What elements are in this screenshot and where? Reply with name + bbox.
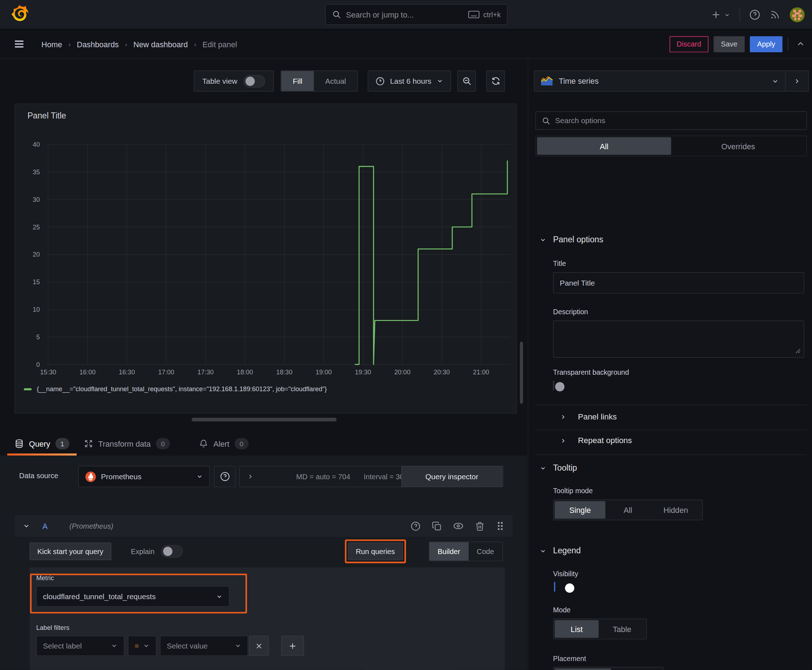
chevron-down-icon[interactable]	[23, 522, 30, 530]
refresh-button[interactable]	[486, 71, 505, 91]
remove-filter-button[interactable]	[249, 636, 269, 656]
transparent-background-toggle[interactable]	[553, 381, 554, 390]
tooltip-mode-all[interactable]: All	[605, 501, 650, 519]
options-search-input[interactable]	[555, 116, 801, 125]
placement-right[interactable]: Right	[611, 668, 662, 670]
apply-button[interactable]: Apply	[750, 36, 782, 52]
avatar[interactable]	[790, 7, 805, 22]
save-button[interactable]: Save	[714, 36, 745, 52]
placement-bottom[interactable]: Bottom	[554, 668, 611, 670]
tab-all[interactable]: All	[537, 137, 671, 155]
legend-mode-list[interactable]: List	[554, 620, 598, 638]
chevron-down-icon	[539, 548, 546, 554]
divider	[536, 455, 807, 455]
panel-toolbar: Table view Fill Actual Last 6 hours	[0, 71, 522, 91]
help-button[interactable]	[749, 9, 760, 20]
chevron-up-icon[interactable]	[797, 40, 805, 48]
time-range-picker[interactable]: Last 6 hours	[368, 71, 451, 91]
kick-start-button[interactable]: Kick start your query	[29, 543, 111, 560]
builder-option[interactable]: Builder	[429, 542, 468, 560]
help-icon[interactable]	[411, 521, 420, 531]
resize-grip-icon[interactable]	[795, 348, 800, 354]
svg-text:18:00: 18:00	[237, 369, 253, 376]
fill-actual-switch: Fill Actual	[281, 71, 358, 91]
actual-option[interactable]: Actual	[314, 71, 357, 91]
global-search[interactable]: ctrl+k	[325, 4, 507, 25]
panel-title-input[interactable]	[553, 272, 805, 293]
legend-placement-label: Placement	[553, 655, 586, 663]
query-row-actions	[411, 521, 504, 531]
table-view-toggle[interactable]	[244, 75, 265, 87]
legend-visibility-toggle[interactable]	[554, 582, 555, 592]
chevron-down-icon	[436, 78, 443, 85]
tooltip-section-header[interactable]: Tooltip	[539, 464, 577, 473]
operator-dropdown[interactable]: =	[128, 636, 156, 656]
tooltip-mode-single[interactable]: Single	[554, 501, 605, 519]
zoom-out-button[interactable]	[457, 71, 476, 91]
svg-text:20:00: 20:00	[394, 369, 410, 376]
divider	[536, 405, 807, 405]
svg-text:15: 15	[32, 278, 40, 286]
prometheus-query-builder: Metric cloudflared_tunnel_total_requests…	[29, 567, 505, 670]
trash-icon[interactable]	[475, 521, 485, 531]
legend-section-header[interactable]: Legend	[539, 546, 581, 555]
select-value-dropdown[interactable]: Select value	[160, 636, 248, 656]
drag-handle-icon[interactable]	[496, 521, 504, 531]
tab-overrides[interactable]: Overrides	[671, 137, 805, 155]
menu-icon[interactable]	[14, 38, 25, 50]
interval: Interval = 30s	[364, 472, 407, 481]
discard-button[interactable]: Discard	[670, 36, 709, 52]
code-option[interactable]: Code	[468, 542, 502, 560]
query-inspector-button[interactable]: Query inspector	[401, 466, 502, 487]
legend-mode-table[interactable]: Table	[598, 620, 645, 638]
datasource-help-button[interactable]	[214, 466, 236, 487]
select-label-dropdown[interactable]: Select label	[36, 636, 124, 656]
breadcrumb: Home › Dashboards › New dashboard › Edit…	[42, 40, 237, 49]
svg-text:17:30: 17:30	[198, 369, 214, 376]
topbar-actions	[711, 0, 805, 29]
options-search[interactable]	[536, 111, 807, 130]
breadcrumb-edit-panel: Edit panel	[203, 40, 237, 49]
add-filter-button[interactable]	[281, 636, 304, 656]
explain-toggle[interactable]	[161, 545, 183, 558]
tab-query[interactable]: Query 1	[7, 431, 76, 456]
breadcrumb-home[interactable]: Home	[42, 40, 62, 49]
panel-preview: Panel Title 15:3016:0016:3017:0017:3018:…	[14, 103, 517, 413]
chevron-down-icon	[216, 593, 223, 600]
duplicate-icon[interactable]	[432, 521, 441, 531]
datasource-picker[interactable]: Prometheus	[78, 466, 209, 487]
panel-links-section[interactable]: Panel links	[560, 412, 617, 421]
chart-legend-item[interactable]: {__name__="cloudflared_tunnel_total_requ…	[24, 386, 327, 393]
table-view-label: Table view	[202, 77, 237, 85]
time-series-chart[interactable]: 15:3016:0016:3017:0017:3018:0018:3019:00…	[15, 104, 517, 414]
news-icon[interactable]	[770, 9, 780, 20]
breadcrumb-dashboards[interactable]: Dashboards	[77, 40, 119, 49]
search-input[interactable]	[346, 10, 464, 19]
hide-response-icon[interactable]	[453, 521, 464, 531]
tooltip-mode-hidden[interactable]: Hidden	[650, 501, 701, 519]
repeat-options-section[interactable]: Repeat options	[560, 436, 632, 445]
legend-placement-switch: Bottom Right	[553, 667, 663, 670]
run-queries-button[interactable]: Run queries	[348, 543, 403, 560]
query-ref-id: A	[42, 521, 47, 530]
grafana-logo[interactable]	[12, 5, 29, 24]
viz-suggestions-button[interactable]	[785, 71, 809, 91]
svg-text:16:30: 16:30	[119, 369, 135, 376]
svg-text:10: 10	[32, 306, 40, 313]
breadcrumb-new-dashboard[interactable]: New dashboard	[134, 40, 188, 49]
transform-count-badge: 0	[156, 438, 170, 450]
description-textarea[interactable]	[553, 320, 805, 357]
panel-actions: Discard Save Apply	[670, 36, 805, 52]
new-menu-button[interactable]	[711, 10, 731, 19]
fill-option[interactable]: Fill	[281, 71, 314, 91]
tab-transform-data[interactable]: Transform data 0	[76, 431, 177, 456]
visualization-select[interactable]: Time series	[534, 71, 785, 91]
left-pane-scrollbar[interactable]	[520, 342, 523, 404]
horizontal-scrollbar[interactable]	[192, 418, 337, 421]
svg-text:20: 20	[32, 251, 40, 258]
tooltip-mode-label: Tooltip mode	[553, 487, 593, 495]
metric-select[interactable]: cloudflared_tunnel_total_requests	[36, 586, 229, 607]
tab-alert[interactable]: Alert 0	[192, 431, 256, 456]
database-icon	[14, 439, 24, 448]
panel-options-section-header[interactable]: Panel options	[539, 235, 603, 244]
